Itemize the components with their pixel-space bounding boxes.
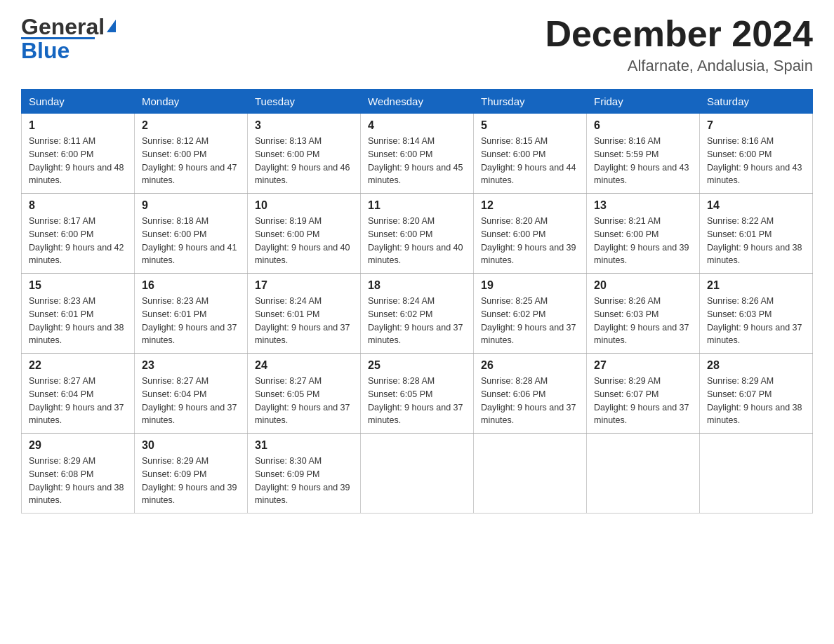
day-info: Sunrise: 8:11 AMSunset: 6:00 PMDaylight:… <box>29 135 127 187</box>
day-info: Sunrise: 8:14 AMSunset: 6:00 PMDaylight:… <box>368 135 466 187</box>
day-number: 6 <box>594 119 692 132</box>
day-number: 31 <box>255 439 353 452</box>
calendar-cell: 18Sunrise: 8:24 AMSunset: 6:02 PMDayligh… <box>361 274 474 354</box>
calendar-cell: 25Sunrise: 8:28 AMSunset: 6:05 PMDayligh… <box>361 354 474 434</box>
logo-general: General <box>21 14 105 40</box>
day-number: 24 <box>255 359 353 372</box>
day-info: Sunrise: 8:19 AMSunset: 6:00 PMDaylight:… <box>255 215 353 267</box>
day-info: Sunrise: 8:24 AMSunset: 6:01 PMDaylight:… <box>255 295 353 347</box>
location-title: Alfarnate, Andalusia, Spain <box>545 57 813 75</box>
calendar-week-row: 15Sunrise: 8:23 AMSunset: 6:01 PMDayligh… <box>22 274 813 354</box>
day-number: 14 <box>707 199 805 212</box>
day-number: 23 <box>142 359 240 372</box>
calendar-cell: 6Sunrise: 8:16 AMSunset: 5:59 PMDaylight… <box>587 114 700 194</box>
weekday-header-tuesday: Tuesday <box>248 90 361 114</box>
day-number: 2 <box>142 119 240 132</box>
day-number: 3 <box>255 119 353 132</box>
page-header: General Blue December 2024 Alfarnate, An… <box>21 14 813 75</box>
day-number: 27 <box>594 359 692 372</box>
calendar-cell: 2Sunrise: 8:12 AMSunset: 6:00 PMDaylight… <box>135 114 248 194</box>
day-info: Sunrise: 8:15 AMSunset: 6:00 PMDaylight:… <box>481 135 579 187</box>
calendar-cell <box>700 434 813 514</box>
calendar-week-row: 22Sunrise: 8:27 AMSunset: 6:04 PMDayligh… <box>22 354 813 434</box>
day-number: 13 <box>594 199 692 212</box>
day-info: Sunrise: 8:24 AMSunset: 6:02 PMDaylight:… <box>368 295 466 347</box>
day-info: Sunrise: 8:16 AMSunset: 5:59 PMDaylight:… <box>594 135 692 187</box>
logo-triangle-icon <box>107 20 116 32</box>
day-info: Sunrise: 8:29 AMSunset: 6:08 PMDaylight:… <box>29 455 127 507</box>
calendar-cell: 8Sunrise: 8:17 AMSunset: 6:00 PMDaylight… <box>22 194 135 274</box>
weekday-header-thursday: Thursday <box>474 90 587 114</box>
calendar-cell: 23Sunrise: 8:27 AMSunset: 6:04 PMDayligh… <box>135 354 248 434</box>
weekday-header-wednesday: Wednesday <box>361 90 474 114</box>
calendar-cell: 29Sunrise: 8:29 AMSunset: 6:08 PMDayligh… <box>22 434 135 514</box>
day-info: Sunrise: 8:17 AMSunset: 6:00 PMDaylight:… <box>29 215 127 267</box>
calendar-cell: 12Sunrise: 8:20 AMSunset: 6:00 PMDayligh… <box>474 194 587 274</box>
day-number: 21 <box>707 279 805 292</box>
weekday-header-sunday: Sunday <box>22 90 135 114</box>
day-number: 20 <box>594 279 692 292</box>
day-info: Sunrise: 8:30 AMSunset: 6:09 PMDaylight:… <box>255 455 353 507</box>
day-info: Sunrise: 8:26 AMSunset: 6:03 PMDaylight:… <box>594 295 692 347</box>
calendar-cell: 4Sunrise: 8:14 AMSunset: 6:00 PMDaylight… <box>361 114 474 194</box>
calendar-cell: 24Sunrise: 8:27 AMSunset: 6:05 PMDayligh… <box>248 354 361 434</box>
month-title: December 2024 <box>545 14 813 54</box>
calendar-cell: 1Sunrise: 8:11 AMSunset: 6:00 PMDaylight… <box>22 114 135 194</box>
day-number: 17 <box>255 279 353 292</box>
weekday-header-friday: Friday <box>587 90 700 114</box>
day-info: Sunrise: 8:23 AMSunset: 6:01 PMDaylight:… <box>142 295 240 347</box>
calendar-cell: 16Sunrise: 8:23 AMSunset: 6:01 PMDayligh… <box>135 274 248 354</box>
day-info: Sunrise: 8:25 AMSunset: 6:02 PMDaylight:… <box>481 295 579 347</box>
day-info: Sunrise: 8:23 AMSunset: 6:01 PMDaylight:… <box>29 295 127 347</box>
calendar-cell: 3Sunrise: 8:13 AMSunset: 6:00 PMDaylight… <box>248 114 361 194</box>
day-info: Sunrise: 8:27 AMSunset: 6:04 PMDaylight:… <box>142 375 240 427</box>
calendar-cell: 30Sunrise: 8:29 AMSunset: 6:09 PMDayligh… <box>135 434 248 514</box>
calendar-cell: 10Sunrise: 8:19 AMSunset: 6:00 PMDayligh… <box>248 194 361 274</box>
day-info: Sunrise: 8:27 AMSunset: 6:04 PMDaylight:… <box>29 375 127 427</box>
calendar-cell: 19Sunrise: 8:25 AMSunset: 6:02 PMDayligh… <box>474 274 587 354</box>
calendar-week-row: 8Sunrise: 8:17 AMSunset: 6:00 PMDaylight… <box>22 194 813 274</box>
day-info: Sunrise: 8:20 AMSunset: 6:00 PMDaylight:… <box>368 215 466 267</box>
day-info: Sunrise: 8:12 AMSunset: 6:00 PMDaylight:… <box>142 135 240 187</box>
calendar-cell <box>587 434 700 514</box>
day-number: 9 <box>142 199 240 212</box>
day-info: Sunrise: 8:20 AMSunset: 6:00 PMDaylight:… <box>481 215 579 267</box>
calendar-cell: 5Sunrise: 8:15 AMSunset: 6:00 PMDaylight… <box>474 114 587 194</box>
day-number: 4 <box>368 119 466 132</box>
calendar-week-row: 1Sunrise: 8:11 AMSunset: 6:00 PMDaylight… <box>22 114 813 194</box>
day-info: Sunrise: 8:13 AMSunset: 6:00 PMDaylight:… <box>255 135 353 187</box>
calendar-cell: 26Sunrise: 8:28 AMSunset: 6:06 PMDayligh… <box>474 354 587 434</box>
calendar-cell: 9Sunrise: 8:18 AMSunset: 6:00 PMDaylight… <box>135 194 248 274</box>
day-number: 7 <box>707 119 805 132</box>
day-info: Sunrise: 8:28 AMSunset: 6:06 PMDaylight:… <box>481 375 579 427</box>
calendar-cell <box>474 434 587 514</box>
calendar-cell: 28Sunrise: 8:29 AMSunset: 6:07 PMDayligh… <box>700 354 813 434</box>
day-number: 16 <box>142 279 240 292</box>
calendar-cell: 14Sunrise: 8:22 AMSunset: 6:01 PMDayligh… <box>700 194 813 274</box>
day-info: Sunrise: 8:26 AMSunset: 6:03 PMDaylight:… <box>707 295 805 347</box>
day-info: Sunrise: 8:28 AMSunset: 6:05 PMDaylight:… <box>368 375 466 427</box>
calendar-cell: 7Sunrise: 8:16 AMSunset: 6:00 PMDaylight… <box>700 114 813 194</box>
calendar-cell: 22Sunrise: 8:27 AMSunset: 6:04 PMDayligh… <box>22 354 135 434</box>
day-number: 12 <box>481 199 579 212</box>
calendar-table: SundayMondayTuesdayWednesdayThursdayFrid… <box>21 89 813 514</box>
day-number: 15 <box>29 279 127 292</box>
day-number: 22 <box>29 359 127 372</box>
day-number: 30 <box>142 439 240 452</box>
day-number: 5 <box>481 119 579 132</box>
day-number: 26 <box>481 359 579 372</box>
day-info: Sunrise: 8:29 AMSunset: 6:07 PMDaylight:… <box>594 375 692 427</box>
calendar-header-row: SundayMondayTuesdayWednesdayThursdayFrid… <box>22 90 813 114</box>
day-number: 8 <box>29 199 127 212</box>
title-block: December 2024 Alfarnate, Andalusia, Spai… <box>545 14 813 75</box>
day-info: Sunrise: 8:29 AMSunset: 6:07 PMDaylight:… <box>707 375 805 427</box>
day-info: Sunrise: 8:18 AMSunset: 6:00 PMDaylight:… <box>142 215 240 267</box>
calendar-cell: 15Sunrise: 8:23 AMSunset: 6:01 PMDayligh… <box>22 274 135 354</box>
day-info: Sunrise: 8:22 AMSunset: 6:01 PMDaylight:… <box>707 215 805 267</box>
day-number: 28 <box>707 359 805 372</box>
logo-blue: Blue <box>21 38 70 64</box>
day-number: 19 <box>481 279 579 292</box>
calendar-cell: 27Sunrise: 8:29 AMSunset: 6:07 PMDayligh… <box>587 354 700 434</box>
day-number: 29 <box>29 439 127 452</box>
calendar-cell: 11Sunrise: 8:20 AMSunset: 6:00 PMDayligh… <box>361 194 474 274</box>
